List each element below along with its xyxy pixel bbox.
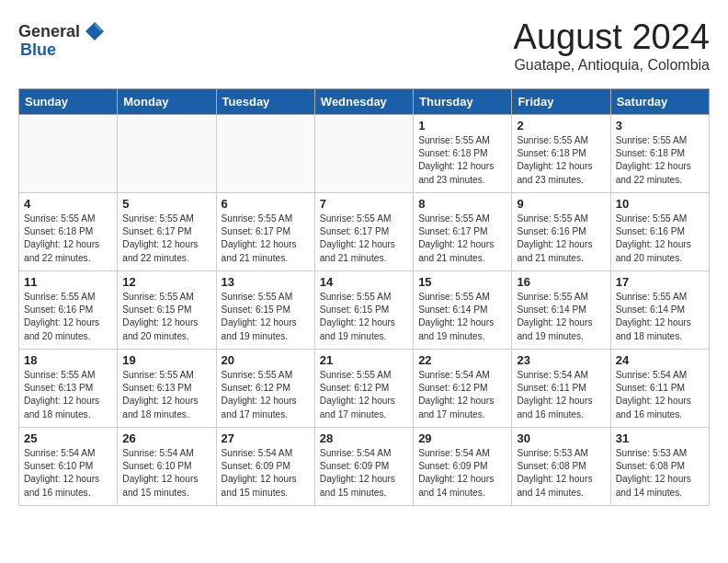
day-detail: Sunrise: 5:55 AM Sunset: 6:17 PM Dayligh… xyxy=(122,213,210,265)
weekday-header-row: SundayMondayTuesdayWednesdayThursdayFrid… xyxy=(19,88,710,114)
day-detail: Sunrise: 5:55 AM Sunset: 6:14 PM Dayligh… xyxy=(616,291,704,343)
calendar-subtitle: Guatape, Antioquia, Colombia xyxy=(514,57,710,74)
day-detail: Sunrise: 5:55 AM Sunset: 6:15 PM Dayligh… xyxy=(122,291,210,343)
day-detail: Sunrise: 5:55 AM Sunset: 6:17 PM Dayligh… xyxy=(320,213,408,265)
day-detail: Sunrise: 5:54 AM Sunset: 6:12 PM Dayligh… xyxy=(418,369,506,421)
calendar-cell: 2Sunrise: 5:55 AM Sunset: 6:18 PM Daylig… xyxy=(512,114,610,192)
day-detail: Sunrise: 5:55 AM Sunset: 6:18 PM Dayligh… xyxy=(24,213,112,265)
logo-blue-text: Blue xyxy=(20,40,56,60)
day-detail: Sunrise: 5:55 AM Sunset: 6:13 PM Dayligh… xyxy=(24,369,112,421)
day-number: 8 xyxy=(418,197,506,211)
calendar-cell: 10Sunrise: 5:55 AM Sunset: 6:16 PM Dayli… xyxy=(610,192,709,270)
day-detail: Sunrise: 5:54 AM Sunset: 6:10 PM Dayligh… xyxy=(24,447,112,500)
day-number: 2 xyxy=(517,119,605,132)
day-detail: Sunrise: 5:55 AM Sunset: 6:15 PM Dayligh… xyxy=(222,291,310,343)
logo-icon xyxy=(82,18,108,44)
day-detail: Sunrise: 5:55 AM Sunset: 6:12 PM Dayligh… xyxy=(320,369,408,421)
calendar-cell: 14Sunrise: 5:55 AM Sunset: 6:15 PM Dayli… xyxy=(314,270,413,349)
day-detail: Sunrise: 5:54 AM Sunset: 6:11 PM Dayligh… xyxy=(517,369,605,421)
day-number: 29 xyxy=(418,431,506,445)
calendar-cell xyxy=(118,114,216,192)
calendar-cell: 6Sunrise: 5:55 AM Sunset: 6:17 PM Daylig… xyxy=(216,192,314,270)
calendar-cell: 7Sunrise: 5:55 AM Sunset: 6:17 PM Daylig… xyxy=(314,192,413,270)
day-number: 30 xyxy=(517,431,605,445)
day-detail: Sunrise: 5:54 AM Sunset: 6:10 PM Dayligh… xyxy=(122,447,210,500)
calendar-cell: 26Sunrise: 5:54 AM Sunset: 6:10 PM Dayli… xyxy=(118,427,216,505)
calendar-cell: 5Sunrise: 5:55 AM Sunset: 6:17 PM Daylig… xyxy=(118,192,216,270)
day-number: 15 xyxy=(418,275,506,289)
day-detail: Sunrise: 5:55 AM Sunset: 6:18 PM Dayligh… xyxy=(616,134,704,187)
day-number: 3 xyxy=(616,119,704,132)
day-detail: Sunrise: 5:55 AM Sunset: 6:13 PM Dayligh… xyxy=(122,369,210,421)
day-number: 19 xyxy=(122,353,210,367)
header: General Blue August 2024 Guatape, Antioq… xyxy=(18,18,710,74)
day-number: 22 xyxy=(418,353,506,367)
calendar-cell: 22Sunrise: 5:54 AM Sunset: 6:12 PM Dayli… xyxy=(414,349,512,427)
logo: General Blue xyxy=(18,18,108,60)
calendar-cell: 1Sunrise: 5:55 AM Sunset: 6:18 PM Daylig… xyxy=(414,114,512,192)
calendar-cell: 20Sunrise: 5:55 AM Sunset: 6:12 PM Dayli… xyxy=(216,349,314,427)
day-number: 4 xyxy=(24,197,112,211)
weekday-header-saturday: Saturday xyxy=(610,88,709,114)
weekday-header-thursday: Thursday xyxy=(414,88,512,114)
calendar-cell: 12Sunrise: 5:55 AM Sunset: 6:15 PM Dayli… xyxy=(118,270,216,349)
day-detail: Sunrise: 5:55 AM Sunset: 6:16 PM Dayligh… xyxy=(517,213,605,265)
day-detail: Sunrise: 5:55 AM Sunset: 6:17 PM Dayligh… xyxy=(222,213,310,265)
day-number: 9 xyxy=(517,197,605,211)
calendar-week-4: 18Sunrise: 5:55 AM Sunset: 6:13 PM Dayli… xyxy=(19,349,710,427)
title-section: August 2024 Guatape, Antioquia, Colombia xyxy=(514,18,710,74)
calendar-week-2: 4Sunrise: 5:55 AM Sunset: 6:18 PM Daylig… xyxy=(19,192,710,270)
day-number: 12 xyxy=(122,275,210,289)
calendar-cell: 9Sunrise: 5:55 AM Sunset: 6:16 PM Daylig… xyxy=(512,192,610,270)
day-number: 24 xyxy=(616,353,704,367)
day-detail: Sunrise: 5:55 AM Sunset: 6:15 PM Dayligh… xyxy=(320,291,408,343)
calendar-week-3: 11Sunrise: 5:55 AM Sunset: 6:16 PM Dayli… xyxy=(19,270,710,349)
calendar-title: August 2024 xyxy=(514,18,710,57)
logo-general-text: General xyxy=(18,22,80,41)
calendar-cell: 19Sunrise: 5:55 AM Sunset: 6:13 PM Dayli… xyxy=(118,349,216,427)
calendar-cell: 28Sunrise: 5:54 AM Sunset: 6:09 PM Dayli… xyxy=(314,427,413,505)
day-detail: Sunrise: 5:55 AM Sunset: 6:18 PM Dayligh… xyxy=(517,134,605,187)
calendar-cell xyxy=(314,114,413,192)
weekday-header-wednesday: Wednesday xyxy=(314,88,413,114)
calendar-week-5: 25Sunrise: 5:54 AM Sunset: 6:10 PM Dayli… xyxy=(19,427,710,505)
calendar-cell: 3Sunrise: 5:55 AM Sunset: 6:18 PM Daylig… xyxy=(610,114,709,192)
calendar-cell: 30Sunrise: 5:53 AM Sunset: 6:08 PM Dayli… xyxy=(512,427,610,505)
day-number: 7 xyxy=(320,197,408,211)
day-detail: Sunrise: 5:54 AM Sunset: 6:11 PM Dayligh… xyxy=(616,369,704,421)
weekday-header-friday: Friday xyxy=(512,88,610,114)
day-number: 11 xyxy=(24,275,112,289)
calendar-cell: 18Sunrise: 5:55 AM Sunset: 6:13 PM Dayli… xyxy=(19,349,118,427)
calendar-cell: 15Sunrise: 5:55 AM Sunset: 6:14 PM Dayli… xyxy=(414,270,512,349)
calendar-cell: 16Sunrise: 5:55 AM Sunset: 6:14 PM Dayli… xyxy=(512,270,610,349)
calendar-cell: 23Sunrise: 5:54 AM Sunset: 6:11 PM Dayli… xyxy=(512,349,610,427)
calendar-cell: 17Sunrise: 5:55 AM Sunset: 6:14 PM Dayli… xyxy=(610,270,709,349)
calendar-cell: 11Sunrise: 5:55 AM Sunset: 6:16 PM Dayli… xyxy=(19,270,118,349)
day-number: 18 xyxy=(24,353,112,367)
day-number: 21 xyxy=(320,353,408,367)
day-detail: Sunrise: 5:55 AM Sunset: 6:16 PM Dayligh… xyxy=(24,291,112,343)
calendar-table: SundayMondayTuesdayWednesdayThursdayFrid… xyxy=(18,88,710,506)
day-number: 23 xyxy=(517,353,605,367)
day-detail: Sunrise: 5:55 AM Sunset: 6:14 PM Dayligh… xyxy=(418,291,506,343)
day-number: 6 xyxy=(222,197,310,211)
day-number: 25 xyxy=(24,431,112,445)
day-detail: Sunrise: 5:53 AM Sunset: 6:08 PM Dayligh… xyxy=(517,447,605,500)
day-number: 31 xyxy=(616,431,704,445)
day-number: 20 xyxy=(222,353,310,367)
calendar-cell: 27Sunrise: 5:54 AM Sunset: 6:09 PM Dayli… xyxy=(216,427,314,505)
calendar-cell: 21Sunrise: 5:55 AM Sunset: 6:12 PM Dayli… xyxy=(314,349,413,427)
day-number: 10 xyxy=(616,197,704,211)
weekday-header-tuesday: Tuesday xyxy=(216,88,314,114)
day-number: 27 xyxy=(222,431,310,445)
day-number: 13 xyxy=(222,275,310,289)
day-number: 5 xyxy=(122,197,210,211)
day-detail: Sunrise: 5:55 AM Sunset: 6:17 PM Dayligh… xyxy=(418,213,506,265)
day-number: 26 xyxy=(122,431,210,445)
calendar-cell: 4Sunrise: 5:55 AM Sunset: 6:18 PM Daylig… xyxy=(19,192,118,270)
day-detail: Sunrise: 5:55 AM Sunset: 6:18 PM Dayligh… xyxy=(418,134,506,187)
calendar-body: 1Sunrise: 5:55 AM Sunset: 6:18 PM Daylig… xyxy=(19,114,710,505)
calendar-cell: 29Sunrise: 5:54 AM Sunset: 6:09 PM Dayli… xyxy=(414,427,512,505)
calendar-cell xyxy=(19,114,118,192)
day-detail: Sunrise: 5:55 AM Sunset: 6:12 PM Dayligh… xyxy=(222,369,310,421)
